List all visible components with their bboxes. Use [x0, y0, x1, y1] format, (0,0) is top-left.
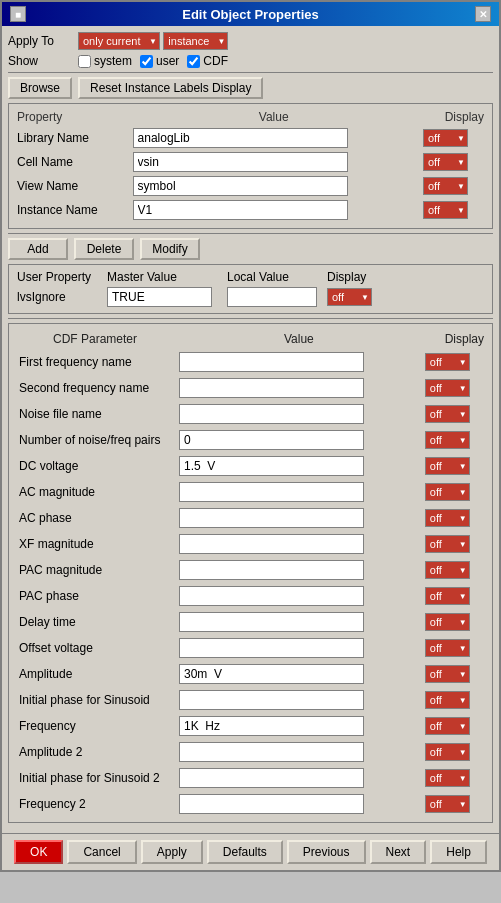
show-user-item: user — [140, 54, 179, 68]
cdf-param-name: AC magnitude — [15, 480, 175, 504]
cdf-display-select[interactable]: offon — [425, 769, 470, 787]
cdf-display-select-wrap: offon — [425, 535, 470, 553]
cdf-display-select[interactable]: offon — [425, 717, 470, 735]
cdf-row: Amplitude 2 offon — [15, 740, 486, 764]
delete-button[interactable]: Delete — [74, 238, 134, 260]
defaults-button[interactable]: Defaults — [207, 840, 283, 864]
prop-display-select[interactable]: offon — [423, 177, 468, 195]
cdf-display-select-wrap: offon — [425, 769, 470, 787]
prop-value-input[interactable] — [133, 200, 348, 220]
cdf-display-select[interactable]: offon — [425, 509, 470, 527]
cdf-row: Noise file name offon — [15, 402, 486, 426]
prop-value-input[interactable] — [133, 128, 348, 148]
cdf-display-select[interactable]: offon — [425, 379, 470, 397]
prop-display-select[interactable]: offon — [423, 153, 468, 171]
reset-button[interactable]: Reset Instance Labels Display — [78, 77, 263, 99]
prop-display-cell: offon — [419, 150, 488, 174]
cdf-display-select[interactable]: offon — [425, 535, 470, 553]
cdf-display-select-wrap: offon — [425, 691, 470, 709]
cdf-value-input[interactable] — [179, 534, 364, 554]
next-button[interactable]: Next — [370, 840, 427, 864]
cdf-value-input[interactable] — [179, 716, 364, 736]
cdf-value-input[interactable] — [179, 612, 364, 632]
prop-display-select-wrap: offon — [423, 201, 468, 219]
help-button[interactable]: Help — [430, 840, 487, 864]
prop-display-select-wrap: offon — [423, 177, 468, 195]
cdf-display-select-wrap: offon — [425, 743, 470, 761]
cdf-value-input[interactable] — [179, 638, 364, 658]
previous-button[interactable]: Previous — [287, 840, 366, 864]
up-local-input[interactable] — [227, 287, 317, 307]
window-icon: ■ — [10, 6, 26, 22]
cdf-value-cell — [177, 792, 421, 816]
apply-to-select[interactable]: only current all selected — [78, 32, 160, 50]
user-property-section: User Property Master Value Local Value D… — [8, 264, 493, 314]
apply-button[interactable]: Apply — [141, 840, 203, 864]
titlebar: ■ Edit Object Properties ✕ — [2, 2, 499, 26]
prop-value-input[interactable] — [133, 176, 348, 196]
show-row: Show system user CDF — [8, 54, 493, 68]
up-display-select[interactable]: offon — [327, 288, 372, 306]
cdf-display-select[interactable]: offon — [425, 691, 470, 709]
cdf-display-select-wrap: offon — [425, 795, 470, 813]
close-button[interactable]: ✕ — [475, 6, 491, 22]
prop-row: Instance Name offon — [13, 198, 488, 222]
cdf-value-input[interactable] — [179, 768, 364, 788]
cdf-value-input[interactable] — [179, 482, 364, 502]
cdf-display-select[interactable]: offon — [425, 587, 470, 605]
show-system-checkbox[interactable] — [78, 55, 91, 68]
cdf-value-cell — [177, 532, 421, 556]
cdf-value-input[interactable] — [179, 690, 364, 710]
cdf-value-input[interactable] — [179, 664, 364, 684]
cdf-value-input[interactable] — [179, 742, 364, 762]
cdf-header-display: Display — [423, 330, 486, 348]
cdf-display-select[interactable]: offon — [425, 353, 470, 371]
prop-value-input[interactable] — [133, 152, 348, 172]
up-master-input[interactable] — [107, 287, 212, 307]
cdf-display-select-wrap: offon — [425, 457, 470, 475]
cdf-param-name: AC phase — [15, 506, 175, 530]
show-user-checkbox[interactable] — [140, 55, 153, 68]
cdf-section: CDF Parameter Value Display First freque… — [8, 323, 493, 823]
cdf-value-input[interactable] — [179, 508, 364, 528]
show-cdf-checkbox[interactable] — [187, 55, 200, 68]
instance-select[interactable]: instance cell view — [163, 32, 228, 50]
cdf-display-select[interactable]: offon — [425, 405, 470, 423]
cdf-param-name: PAC phase — [15, 584, 175, 608]
cdf-value-cell — [177, 584, 421, 608]
cdf-value-input[interactable] — [179, 456, 364, 476]
cdf-display-select[interactable]: offon — [425, 431, 470, 449]
prop-display-select[interactable]: offon — [423, 129, 468, 147]
prop-display-select[interactable]: offon — [423, 201, 468, 219]
cdf-display-select[interactable]: offon — [425, 743, 470, 761]
modify-button[interactable]: Modify — [140, 238, 200, 260]
ok-button[interactable]: OK — [14, 840, 63, 864]
cdf-display-select[interactable]: offon — [425, 795, 470, 813]
cdf-value-cell — [177, 610, 421, 634]
cdf-display-select[interactable]: offon — [425, 483, 470, 501]
cdf-value-input[interactable] — [179, 352, 364, 372]
cdf-row: PAC magnitude offon — [15, 558, 486, 582]
cdf-value-input[interactable] — [179, 586, 364, 606]
cdf-value-input[interactable] — [179, 430, 364, 450]
cdf-display-select-wrap: offon — [425, 561, 470, 579]
cancel-button[interactable]: Cancel — [67, 840, 136, 864]
cdf-param-name: DC voltage — [15, 454, 175, 478]
footer-bar: OK Cancel Apply Defaults Previous Next H… — [2, 833, 499, 870]
cdf-display-select[interactable]: offon — [425, 639, 470, 657]
prop-row: Library Name offon — [13, 126, 488, 150]
cdf-display-select[interactable]: offon — [425, 457, 470, 475]
browse-button[interactable]: Browse — [8, 77, 72, 99]
cdf-value-cell — [177, 636, 421, 660]
up-header-display: Display — [323, 269, 488, 285]
cdf-value-input[interactable] — [179, 378, 364, 398]
cdf-display-select[interactable]: offon — [425, 665, 470, 683]
cdf-display-select-wrap: offon — [425, 353, 470, 371]
cdf-display-select-wrap: offon — [425, 379, 470, 397]
cdf-value-input[interactable] — [179, 560, 364, 580]
add-button[interactable]: Add — [8, 238, 68, 260]
cdf-display-select[interactable]: offon — [425, 613, 470, 631]
cdf-value-input[interactable] — [179, 404, 364, 424]
cdf-value-input[interactable] — [179, 794, 364, 814]
cdf-display-select[interactable]: offon — [425, 561, 470, 579]
